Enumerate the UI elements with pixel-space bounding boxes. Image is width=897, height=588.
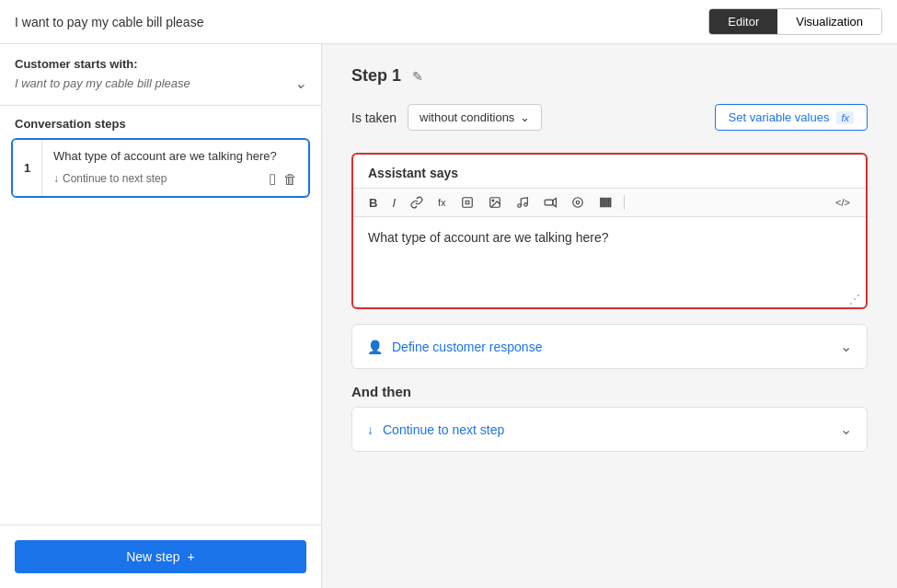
step-text: What type of account are we talking here… [53,149,297,163]
arrow-down-icon: ↓ [53,172,59,185]
svg-rect-14 [610,198,611,206]
editor-visualization-toggle: Editor Visualization [708,8,882,35]
condition-dropdown[interactable]: without conditions ⌄ [408,104,542,131]
page-title: I want to pay my cable bill please [15,15,203,29]
customer-starts-section: Customer starts with: I want to pay my c… [0,44,321,106]
svg-point-8 [576,201,580,204]
svg-marker-6 [552,198,556,206]
customer-starts-label: Customer starts with: [15,57,306,71]
audio-button[interactable] [512,192,534,213]
capture-button[interactable] [567,192,589,213]
content-area: Step 1 ✎ Is taken without conditions ⌄ S… [322,44,897,588]
and-then-label: And then [351,384,868,399]
main-layout: Customer starts with: I want to pay my c… [0,44,897,588]
delete-icon[interactable]: 🗑 [283,171,297,187]
barcode-button[interactable] [594,192,616,213]
svg-rect-5 [545,200,553,205]
sidebar: Customer starts with: I want to pay my c… [0,44,322,588]
step-continue: ↓ Continue to next step [53,172,167,185]
conversation-steps-label: Conversation steps [0,106,321,138]
is-taken-label: Is taken [351,110,397,125]
chevron-down-icon: ⌄ [840,338,852,355]
svg-rect-9 [600,198,601,206]
step-number: 1 [13,140,42,196]
steps-list: 1 What type of account are we talking he… [0,138,321,525]
image-button[interactable] [484,192,506,213]
fx-button[interactable]: fx [433,194,451,212]
italic-button[interactable]: I [387,193,400,213]
editor-tab[interactable]: Editor [709,9,777,34]
code-button[interactable]: </> [831,194,855,212]
step-footer: ↓ Continue to next step ▯ 🗑 [53,170,297,187]
assistant-says-label: Assistant says [353,155,866,188]
editor-toolbar: B I fx [353,188,866,217]
svg-point-2 [492,200,494,202]
step-card[interactable]: 1 What type of account are we talking he… [11,138,310,198]
dropdown-chevron-icon: ⌄ [520,110,530,124]
condition-row: Is taken without conditions ⌄ Set variab… [351,104,868,131]
toolbar-separator [624,195,625,210]
person-icon: 👤 [367,340,383,354]
svg-rect-11 [604,198,604,206]
svg-point-7 [572,198,582,208]
svg-rect-0 [462,198,472,208]
collapsible-header-left: 👤 Define customer response [367,340,542,354]
condition-left: Is taken without conditions ⌄ [351,104,542,131]
set-variable-button[interactable]: Set variable values fx [715,104,868,131]
fx-badge: fx [836,111,854,124]
sidebar-bottom: New step + [0,525,321,588]
define-customer-response-header[interactable]: 👤 Define customer response ⌄ [352,325,867,368]
resize-handle[interactable]: ⋰ [353,291,866,307]
editor-content[interactable]: What type of account are we talking here… [353,217,866,291]
step-content: What type of account are we talking here… [42,140,308,196]
continue-step-header[interactable]: ↓ Continue to next step ⌄ [352,408,867,451]
edit-icon[interactable]: ✎ [412,69,423,84]
arrow-down-icon: ↓ [367,422,374,437]
svg-point-3 [517,204,521,208]
svg-rect-12 [606,198,607,206]
copy-icon[interactable]: ▯ [269,170,276,187]
svg-rect-10 [603,198,604,206]
chevron-down-icon: ⌄ [840,421,852,438]
link-button[interactable] [406,192,428,213]
continue-step-section: ↓ Continue to next step ⌄ [351,407,868,452]
top-bar: I want to pay my cable bill please Edito… [0,0,897,44]
chevron-down-icon[interactable]: ⌄ [294,75,306,92]
step-header: Step 1 ✎ [351,66,868,86]
continue-step-left: ↓ Continue to next step [367,422,504,437]
define-customer-response-section: 👤 Define customer response ⌄ [351,324,868,369]
svg-point-4 [523,203,527,207]
step-actions: ▯ 🗑 [269,170,297,187]
customer-starts-value: I want to pay my cable bill please ⌄ [15,75,306,92]
assistant-says-box: Assistant says B I fx [351,153,868,309]
step-title: Step 1 [351,66,401,86]
visualization-tab[interactable]: Visualization [777,9,881,34]
embed-button[interactable] [456,192,478,213]
new-step-button[interactable]: New step + [15,540,306,573]
video-button[interactable] [539,192,561,213]
svg-rect-13 [607,198,608,206]
bold-button[interactable]: B [364,193,382,213]
